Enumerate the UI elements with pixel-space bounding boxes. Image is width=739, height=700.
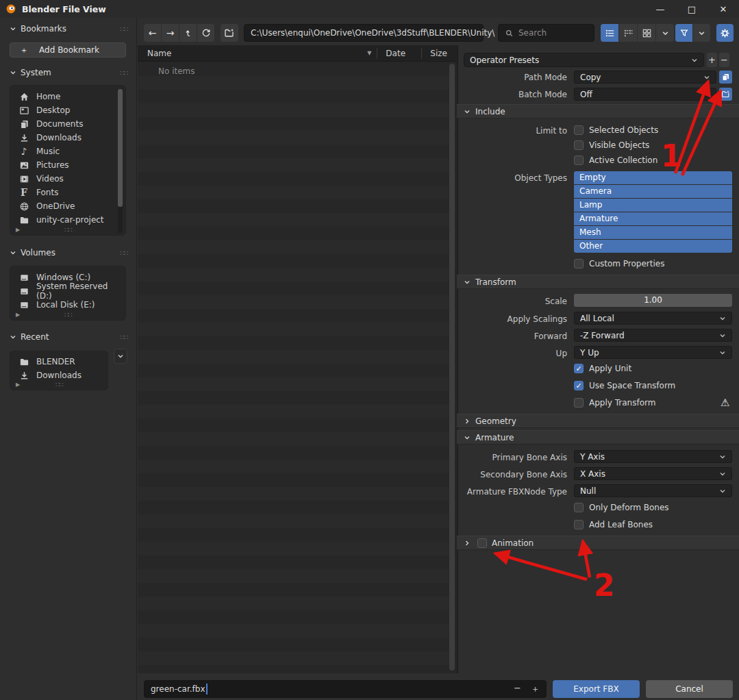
apply-scalings-dropdown[interactable]: All Local bbox=[574, 312, 732, 325]
checkbox-icon[interactable] bbox=[574, 155, 584, 165]
column-divider[interactable] bbox=[421, 48, 422, 59]
checkbox-add-leaf-bones[interactable]: Add Leaf Bones bbox=[574, 520, 653, 529]
back-button[interactable]: ← bbox=[144, 24, 161, 42]
column-name[interactable]: Name bbox=[147, 49, 171, 58]
armature-fbxnode-type-dropdown[interactable]: Null bbox=[574, 484, 732, 497]
path-mode-embed-button[interactable] bbox=[719, 71, 732, 84]
forward-button[interactable]: → bbox=[162, 24, 179, 42]
new-folder-button[interactable] bbox=[221, 24, 238, 42]
system-scrollbar-track[interactable] bbox=[118, 89, 123, 233]
list-view-button[interactable] bbox=[601, 24, 618, 42]
checkbox-icon[interactable] bbox=[574, 140, 584, 150]
checkbox-checked-icon[interactable] bbox=[574, 364, 584, 373]
include-section-header[interactable]: Include bbox=[457, 104, 739, 118]
object-type-armature[interactable]: Armature bbox=[574, 212, 732, 225]
file-list-body[interactable]: No items bbox=[138, 62, 449, 673]
sort-descending-icon[interactable]: ▼ bbox=[367, 50, 371, 56]
forward-dropdown[interactable]: -Z Forward bbox=[574, 329, 732, 342]
file-list-scrollbar-track[interactable] bbox=[449, 64, 455, 671]
checkbox-icon[interactable] bbox=[574, 398, 584, 408]
export-fbx-button[interactable]: Export FBX bbox=[553, 680, 640, 698]
path-input[interactable]: C:\Users\enqui\OneDrive\OneDrive\3dStuff… bbox=[244, 24, 484, 42]
minimize-icon[interactable]: — bbox=[644, 0, 676, 18]
sidebar-item-videos[interactable]: Videos bbox=[10, 172, 125, 186]
primary-bone-axis-dropdown[interactable]: Y Axis bbox=[574, 450, 732, 463]
column-size[interactable]: Size bbox=[430, 49, 447, 58]
sidebar-item-home[interactable]: Home bbox=[10, 90, 125, 103]
column-date[interactable]: Date bbox=[386, 49, 421, 58]
filename-input[interactable]: green-car.fbx − ＋ bbox=[144, 680, 547, 698]
secondary-bone-axis-dropdown[interactable]: X Axis bbox=[574, 467, 732, 480]
file-list-scrollbar-thumb[interactable] bbox=[449, 64, 455, 671]
checkbox-active-collection[interactable]: Active Collection bbox=[574, 155, 657, 165]
volumes-header[interactable]: Volumes ∷∷ bbox=[10, 248, 127, 258]
animation-section-header[interactable]: Animation bbox=[457, 536, 739, 550]
checkbox-icon[interactable] bbox=[574, 503, 584, 512]
checkbox-icon[interactable] bbox=[574, 520, 584, 529]
batch-own-dir-button[interactable] bbox=[719, 88, 732, 101]
sidebar-item-unity-car-project[interactable]: unity-car-project bbox=[10, 213, 125, 227]
object-type-other[interactable]: Other bbox=[574, 240, 732, 253]
recent-box-footer[interactable]: ▶ ∷∷ bbox=[10, 380, 108, 388]
filename-increment-button[interactable]: ＋ bbox=[531, 683, 540, 695]
system-header[interactable]: System ∷∷ bbox=[10, 68, 127, 77]
search-input[interactable]: Search bbox=[498, 24, 594, 42]
remove-preset-button[interactable]: − bbox=[719, 53, 729, 67]
sidebar-item-pictures[interactable]: Pictures bbox=[10, 158, 125, 172]
recent-options-button[interactable] bbox=[114, 349, 127, 364]
file-list-area[interactable]: Name ▼ Date Size No items bbox=[138, 45, 457, 673]
object-type-lamp[interactable]: Lamp bbox=[574, 199, 732, 212]
add-bookmark-button[interactable]: ＋ Add Bookmark bbox=[10, 42, 126, 58]
sidebar-item-onedrive[interactable]: OneDrive bbox=[10, 199, 125, 213]
filter-options-dropdown[interactable] bbox=[693, 24, 710, 42]
filter-button[interactable] bbox=[675, 24, 692, 42]
sidebar-item-documents[interactable]: Documents bbox=[10, 117, 125, 131]
armature-section-header[interactable]: Armature bbox=[457, 430, 739, 445]
refresh-button[interactable] bbox=[197, 24, 214, 42]
settings-button[interactable] bbox=[716, 24, 734, 42]
checkbox-only-deform-bones[interactable]: Only Deform Bones bbox=[574, 503, 669, 512]
expand-triangle-icon[interactable]: ▶ bbox=[16, 382, 20, 388]
system-scrollbar-thumb[interactable] bbox=[118, 89, 123, 207]
system-box-footer[interactable]: ▶ ∷∷ bbox=[10, 225, 125, 234]
add-preset-button[interactable]: + bbox=[707, 53, 717, 67]
checkbox-selected-objects[interactable]: Selected Objects bbox=[574, 125, 658, 135]
display-mode-dropdown[interactable] bbox=[656, 24, 674, 42]
expand-triangle-icon[interactable]: ▶ bbox=[16, 227, 20, 233]
column-divider[interactable] bbox=[377, 48, 377, 59]
maximize-icon[interactable]: □ bbox=[676, 0, 707, 18]
volumes-box-footer[interactable]: ▶ ∷∷ bbox=[10, 310, 125, 318]
checkbox-apply-transform[interactable]: Apply Transform bbox=[574, 398, 655, 408]
sidebar-item-downloads[interactable]: Downloads bbox=[10, 131, 125, 145]
sidebar-item-fonts[interactable]: F Fonts bbox=[10, 186, 125, 199]
sidebar-item-desktop[interactable]: Desktop bbox=[10, 103, 125, 117]
checkbox-icon[interactable] bbox=[574, 259, 584, 268]
checkbox-icon[interactable] bbox=[574, 125, 584, 135]
parent-dir-button[interactable] bbox=[179, 24, 197, 42]
checkbox-checked-icon[interactable] bbox=[574, 381, 584, 390]
object-type-camera[interactable]: Camera bbox=[574, 185, 732, 198]
filename-decrement-button[interactable]: − bbox=[514, 683, 521, 695]
close-icon[interactable]: ✕ bbox=[707, 0, 739, 18]
checkbox-use-space-transform[interactable]: Use Space Transform bbox=[574, 381, 675, 390]
checkbox-visible-objects[interactable]: Visible Objects bbox=[574, 140, 649, 150]
cancel-button[interactable]: Cancel bbox=[646, 680, 733, 698]
checkbox-apply-unit[interactable]: Apply Unit bbox=[574, 364, 631, 373]
bookmarks-header[interactable]: Bookmarks ∷∷ bbox=[10, 24, 127, 34]
sidebar-item-blender-recent[interactable]: BLENDER bbox=[10, 355, 108, 368]
checkbox-animation[interactable] bbox=[477, 538, 487, 548]
thumbnail-view-button[interactable] bbox=[638, 24, 655, 42]
object-type-empty[interactable]: Empty bbox=[574, 171, 732, 184]
object-type-mesh[interactable]: Mesh bbox=[574, 226, 732, 239]
scale-slider[interactable]: 1.00 bbox=[574, 294, 732, 307]
checkbox-custom-properties[interactable]: Custom Properties bbox=[574, 259, 664, 268]
expand-triangle-icon[interactable]: ▶ bbox=[16, 312, 20, 318]
transform-section-header[interactable]: Transform bbox=[457, 275, 739, 289]
path-mode-dropdown[interactable]: Copy bbox=[574, 71, 716, 84]
geometry-section-header[interactable]: Geometry bbox=[457, 414, 739, 428]
detail-view-button[interactable] bbox=[619, 24, 637, 42]
up-dropdown[interactable]: Y Up bbox=[574, 346, 732, 359]
batch-mode-dropdown[interactable]: Off bbox=[574, 88, 716, 101]
sidebar-item-system-reserved-d[interactable]: System Reserved (D:) bbox=[10, 284, 125, 298]
sidebar-item-music[interactable]: ♪ Music bbox=[10, 145, 125, 158]
